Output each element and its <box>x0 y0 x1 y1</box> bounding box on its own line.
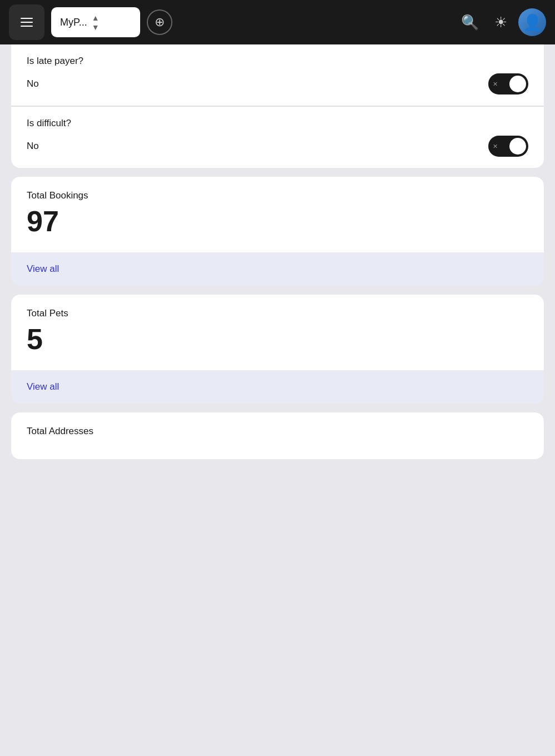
total-pets-main: Total Pets 5 <box>11 295 544 370</box>
search-icon: 🔍 <box>461 14 479 31</box>
pets-view-all-link[interactable]: View all <box>27 381 59 392</box>
add-button[interactable]: ⊕ <box>147 9 172 35</box>
toggle-thumb <box>509 76 526 92</box>
total-bookings-card: Total Bookings 97 View all <box>11 177 544 286</box>
toggle-track-2: ✕ <box>488 136 528 157</box>
avatar[interactable]: 👤 <box>518 8 546 36</box>
late-payer-section: Is late payer? No ✕ <box>11 44 544 106</box>
total-addresses-main: Total Addresses <box>11 412 544 459</box>
toggle-thumb-2 <box>509 138 526 155</box>
workspace-selector[interactable]: MyP... ▲ ▼ <box>51 7 140 37</box>
workspace-name: MyP... <box>60 17 87 28</box>
total-bookings-main: Total Bookings 97 <box>11 177 544 252</box>
total-addresses-label: Total Addresses <box>27 426 528 437</box>
total-pets-card: Total Pets 5 View all <box>11 295 544 404</box>
chevron-updown-icon: ▲ ▼ <box>92 13 100 32</box>
difficult-section: Is difficult? No ✕ <box>11 106 544 168</box>
late-payer-value: No <box>27 78 39 89</box>
bookings-view-all-link[interactable]: View all <box>27 263 59 274</box>
total-bookings-value: 97 <box>27 207 528 236</box>
toggle-track: ✕ <box>488 73 528 94</box>
form-card: Is late payer? No ✕ Is difficult? No ✕ <box>11 44 544 168</box>
total-pets-label: Total Pets <box>27 308 528 319</box>
total-pets-value: 5 <box>27 325 528 354</box>
top-navigation: MyP... ▲ ▼ ⊕ 🔍 ☀ 👤 <box>0 0 555 44</box>
theme-button[interactable]: ☀ <box>490 9 512 36</box>
plus-icon: ⊕ <box>155 15 165 29</box>
hamburger-icon <box>21 18 33 27</box>
difficult-value: No <box>27 141 39 152</box>
difficult-row: No ✕ <box>27 136 528 157</box>
toggle-x-icon-2: ✕ <box>493 143 498 150</box>
search-button[interactable]: 🔍 <box>457 9 483 36</box>
avatar-icon: 👤 <box>523 13 542 32</box>
late-payer-label: Is late payer? <box>27 56 528 67</box>
difficult-label: Is difficult? <box>27 118 528 129</box>
total-bookings-footer[interactable]: View all <box>11 252 544 286</box>
menu-button[interactable] <box>9 4 44 40</box>
total-pets-footer[interactable]: View all <box>11 370 544 404</box>
late-payer-row: No ✕ <box>27 73 528 94</box>
sun-icon: ☀ <box>494 14 507 31</box>
main-content: Is late payer? No ✕ Is difficult? No ✕ <box>0 44 555 470</box>
total-addresses-card: Total Addresses <box>11 412 544 459</box>
total-bookings-label: Total Bookings <box>27 190 528 201</box>
toggle-x-icon: ✕ <box>493 81 498 88</box>
difficult-toggle[interactable]: ✕ <box>488 136 528 157</box>
late-payer-toggle[interactable]: ✕ <box>488 73 528 94</box>
